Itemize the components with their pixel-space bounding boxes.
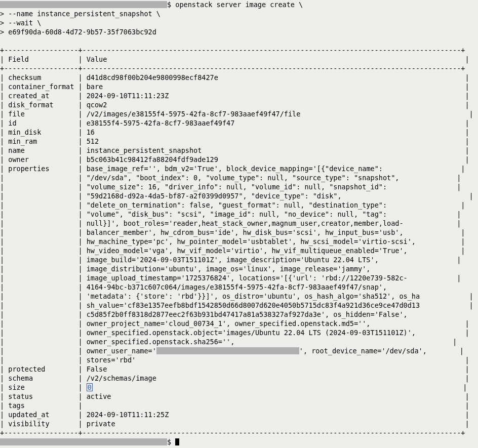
value-properties-8: hw_machine_type='pc', hw_pointer_model='… <box>87 237 416 246</box>
cmd-line-1: openstack server image create \ <box>175 1 303 9</box>
value-properties-19: owner_specified.openstack.sha256='', <box>87 338 235 346</box>
field-name: name <box>8 146 74 154</box>
value-owner: b5c063b41c98412fa88204fdf9ade129 <box>87 155 218 164</box>
value-name: instance_persistent_snapshot <box>87 146 202 154</box>
header-field: Field <box>8 55 74 63</box>
value-size: 0 <box>87 383 93 391</box>
header-value: Value <box>87 55 461 63</box>
field-checksum: checksum <box>8 73 74 82</box>
field-schema: schema <box>8 374 74 382</box>
value-properties-14: 'metadata': {'store': 'rbd'}}]', os_dist… <box>87 292 420 300</box>
value-properties-last: stores='rbd' <box>87 356 136 364</box>
value-status: active <box>87 392 111 400</box>
value-schema: /v2/schemas/image <box>87 374 156 382</box>
value-protected: False <box>87 365 107 373</box>
field-protected: protected <box>8 365 74 373</box>
cmd-line-4: > e69f90da-60d8-4d72-9b57-35f7063bc92d <box>0 28 156 36</box>
value-disk-format: qcow2 <box>87 101 107 109</box>
value-file: /v2/images/e38155f4-5975-42fa-8cf7-983aa… <box>87 110 301 118</box>
value-properties-0: base_image_ref='', bdm_v2='True', block_… <box>87 165 383 173</box>
value-properties-9: hw_video_model='vga', hw_vif_model='virt… <box>87 247 408 255</box>
field-created-at: created_at <box>8 92 74 100</box>
value-properties-2: "volume_size": 16, "driver_info": null, … <box>87 183 387 191</box>
cmd-line-3: > --wait \ <box>0 19 41 27</box>
field-status: status <box>8 392 74 400</box>
value-visibility: private <box>87 420 115 428</box>
value-min-disk: 16 <box>87 128 95 136</box>
value-created-at: 2024-09-10T11:11:23Z <box>87 92 169 100</box>
field-size: size <box>8 383 74 391</box>
value-properties-17: owner_project_name='cloud_00734_1', owne… <box>87 319 371 328</box>
field-properties: properties <box>8 165 74 173</box>
value-properties-12: image_upload_timestamp='1725376824', loc… <box>87 274 408 282</box>
value-properties-5: "volume", "disk_bus": "scsi", "image_id"… <box>87 210 387 218</box>
value-min-ram: 512 <box>87 137 99 145</box>
field-visibility: visibility <box>8 420 74 428</box>
value-properties-1: "/dev/sda", "boot_index": 0, "volume_typ… <box>87 174 400 182</box>
value-properties-13: 4164-94bc-b371c607c064/images/e38155f4-5… <box>87 283 387 291</box>
field-file: file <box>8 110 74 118</box>
field-owner: owner <box>8 155 74 164</box>
value-properties-3: "59d2168d-d92a-4da5-bf87-a2f0399d0957", … <box>87 192 342 200</box>
table-border-bot: +------------------+--------------------… <box>0 429 465 437</box>
field-disk-format: disk_format <box>8 101 74 109</box>
value-container-format: bare <box>87 83 103 91</box>
value-properties-6: null}]', boot_roles='reader,heat_stack_o… <box>87 219 404 227</box>
field-id: id <box>8 119 74 127</box>
value-properties-owner-user-prefix: owner_user_name=' <box>87 347 156 355</box>
redacted-hostname-2 <box>0 438 167 445</box>
terminal-cursor[interactable] <box>175 438 179 445</box>
value-properties-owner-user-suffix: ', root_device_name='/dev/sda', <box>299 347 427 355</box>
value-properties-11: image_distribution='ubuntu', image_os='l… <box>87 265 371 273</box>
terminal-output: $ openstack server image create \ > --na… <box>0 0 478 446</box>
field-min-ram: min_ram <box>8 137 74 145</box>
table-border-top: +------------------+--------------------… <box>0 46 465 54</box>
value-properties-7: balancer_member', hw_cdrom_bus='ide', hw… <box>87 228 404 236</box>
value-checksum: d41d8cd98f00b204e9800998ecf8427e <box>87 73 218 82</box>
field-tags: tags <box>8 401 74 410</box>
table-border-mid: +------------------+--------------------… <box>0 64 465 72</box>
value-properties-4: "delete_on_termination": false, "guest_f… <box>87 201 387 209</box>
field-updated-at: updated_at <box>8 411 74 419</box>
prompt-suffix: $ <box>167 1 175 9</box>
redacted-hostname <box>0 1 167 8</box>
cmd-line-2: > --name instance_persistent_snapshot \ <box>0 10 161 18</box>
field-container-format: container_format <box>8 83 74 91</box>
redacted-owner-user <box>156 347 299 354</box>
field-min-disk: min_disk <box>8 128 74 136</box>
value-updated-at: 2024-09-10T11:11:25Z <box>87 411 169 419</box>
value-id: e38155f4-5975-42fa-8cf7-983aaef49f47 <box>87 119 235 127</box>
value-properties-16: c5d85f2b0ff8318d2877eec2f63b931bd47417a8… <box>87 310 408 318</box>
value-properties-18: owner_specified.openstack.object='images… <box>87 329 416 337</box>
prompt-suffix-2: $ <box>167 438 175 446</box>
value-properties-10: image_build='2024-09-03T151101Z', image_… <box>87 256 379 264</box>
value-properties-15: sh_value='cf83e1357eefb8bdf1542850d66d80… <box>87 301 420 309</box>
